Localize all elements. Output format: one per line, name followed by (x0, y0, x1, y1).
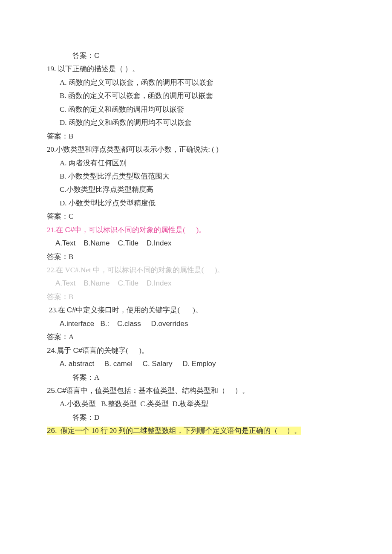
q19-opt-d: D. 函数的定义和函数的调用均不可以嵌套 (47, 116, 341, 129)
q19-opt-a: A. 函数的定义可以嵌套，函数的调用不可以嵌套 (47, 76, 341, 89)
q20-opt-a: A. 两者没有任何区别 (47, 156, 341, 170)
q21-pre: 21.在 (47, 226, 65, 234)
q24-mid1: .属于 (55, 346, 73, 355)
answer-18: 答案：C (47, 49, 341, 62)
question-25-stem: 25.C#语言中，值类型包括：基本值类型、结构类型和（ ）。 (47, 384, 341, 397)
question-26-stem: 26. 假定一个 10 行 20 列的二维整型数组，下列哪个定义语句是正确的（ … (47, 424, 341, 437)
q21-post: 中，可以标识不同的对象的属性是( )。 (74, 226, 206, 234)
q24-post: 语言的关键字( )。 (82, 346, 149, 355)
q23-post: 中定义接口时，使用的关键字是( )。 (76, 306, 202, 314)
q26-num: 26. (47, 427, 57, 435)
q24-csharp: C# (73, 346, 82, 355)
q20-opt-c: C.小数类型比浮点类型精度高 (47, 183, 341, 196)
q21-options: A.Text B.Name C.Title D.Index (47, 237, 341, 250)
q21-csharp: C# (65, 226, 75, 234)
answer-23: 答案：A (47, 330, 341, 343)
question-22-stem: 22.在 VC#.Net 中，可以标识不同的对象的属性是( )。 (47, 263, 341, 277)
question-21-stem: 21.在 C#中，可以标识不同的对象的属性是( )。 (47, 223, 341, 237)
q22-options: A.Text B.Name C.Title D.Index (47, 277, 341, 290)
q23-pre: 23.在 (47, 306, 67, 314)
q23-options: A.interface B.: C.class D.overrides (47, 317, 341, 330)
question-20-stem: 20.小数类型和浮点类型都可以表示小数，正确说法: ( ) (47, 143, 341, 156)
answer-24: 答案：A (47, 371, 341, 384)
q19-opt-b: B. 函数的定义不可以嵌套，函数的调用可以嵌套 (47, 89, 341, 102)
q24-num: 24 (47, 346, 55, 355)
question-23-stem: 23.在 C#中定义接口时，使用的关键字是( )。 (47, 303, 341, 317)
answer-20: 答案：C (47, 210, 341, 223)
q19-opt-c: C. 函数的定义和函数的调用均可以嵌套 (47, 103, 341, 116)
q23-csharp: C# (67, 306, 76, 314)
question-24-stem: 24.属于 C#语言的关键字( )。 (47, 344, 341, 357)
q20-opt-d: D. 小数类型比浮点类型精度低 (47, 196, 341, 210)
q25-post: 语言中，值类型包括：基本值类型、结构类型和（ ）。 (66, 387, 249, 395)
q25-num: 25.C# (47, 387, 66, 395)
page-content: 答案：C 19. 以下正确的描述是（ ）。 A. 函数的定义可以嵌套，函数的调用… (0, 0, 392, 459)
answer-19: 答案：B (47, 130, 341, 143)
answer-22: 答案：B (47, 290, 341, 303)
answer-25: 答案：D (47, 411, 341, 424)
q24-options: A. abstract B. camel C. Salary D. Employ (47, 357, 341, 370)
q25-options: A.小数类型 B.整数类型 C.类类型 D.枚举类型 (47, 397, 341, 410)
q20-opt-b: B. 小数类型比浮点类型取值范围大 (47, 170, 341, 183)
question-19-stem: 19. 以下正确的描述是（ ）。 (47, 62, 341, 75)
answer-21: 答案：B (47, 250, 341, 263)
q26-stem-text: 假定一个 10 行 20 列的二维整型数组，下列哪个定义语句是正确的（ ）。 (57, 427, 302, 435)
